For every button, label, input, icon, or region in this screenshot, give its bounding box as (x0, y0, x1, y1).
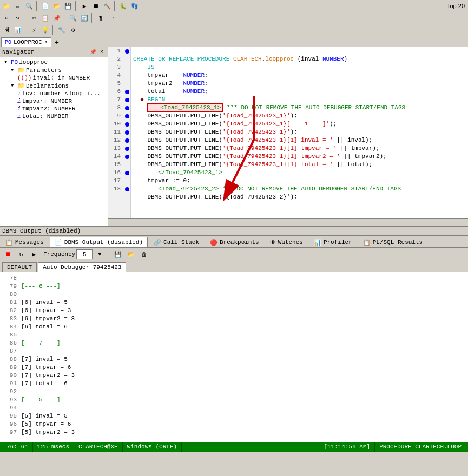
code-editor[interactable]: CREATE OR REPLACE PROCEDURE CLARTECH.loo… (131, 47, 468, 218)
btn-find[interactable]: 🔍 (68, 12, 78, 23)
tab-plsql[interactable]: 📋 PL/SQL Results (358, 237, 427, 247)
navigator-pin-btn[interactable]: 📌 (89, 48, 97, 56)
proc-tab-loopproc[interactable]: PO LOOPPROC × (1, 37, 51, 47)
tab-profiler-icon: 📊 (314, 239, 321, 246)
tab-profiler-label: Profiler (324, 239, 352, 246)
sep7 (91, 13, 94, 23)
tree-item-lcv[interactable]: i lcv: number <loop i... (0, 90, 108, 97)
tree-label-tmpvar2: tmpvar2: NUMBER (22, 105, 76, 112)
top-label: Top 20 (447, 3, 467, 9)
debug-clear-btn[interactable]: 🗑 (138, 249, 150, 260)
tab-plsql-label: PL/SQL Results (373, 239, 423, 246)
output-line-87: 87 (2, 347, 466, 355)
btn-run[interactable]: ▶ (79, 1, 90, 11)
editor-scrollbar[interactable] (108, 218, 468, 226)
btn-undo[interactable]: ↩ (1, 12, 12, 23)
menu-edit[interactable]: ✏️ (12, 1, 23, 11)
menu-search[interactable]: 🔍 (24, 1, 35, 11)
subtab-auto-debugger[interactable]: Auto Debugger 79425423 (38, 262, 126, 272)
btn-execute[interactable]: ⚡ (29, 24, 39, 35)
toolbar-row-1: 📁 ✏️ 🔍 📄 📂 💾 ▶ ⏹ 🔨 🐛 👣 Top 20 (0, 0, 468, 12)
tab-dbms-output[interactable]: 📄 DBMS Output (disabled) (50, 237, 148, 247)
tab-profiler[interactable]: 📊 Profiler (309, 237, 357, 247)
btn-schema[interactable]: 📊 (12, 24, 23, 35)
btn-redo[interactable]: ↪ (12, 12, 23, 23)
tab-callstack-icon: 🔗 (154, 239, 161, 246)
tab-dbms-icon: 📄 (55, 239, 62, 246)
btn-paste[interactable]: 📌 (51, 12, 62, 23)
output-line-79: 79 [--- 6 ---] (2, 282, 466, 290)
debug-load-btn[interactable]: 📂 (125, 249, 137, 260)
btn-open[interactable]: 📂 (51, 1, 62, 11)
tab-plsql-icon: 📋 (363, 239, 371, 246)
btn-db[interactable]: 🗄 (1, 24, 12, 35)
debug-run-btn[interactable]: ▶ (28, 249, 40, 260)
folder-icon-parameters: 📁 (17, 67, 25, 74)
btn-more2[interactable]: ⚙ (68, 24, 78, 35)
status-bar: 76: 64 125 msecs CLARTECH@XE Windows (CR… (0, 442, 468, 452)
proc-tab-close[interactable]: × (44, 39, 48, 45)
tree-label-inval: inval: in NUMBER (32, 75, 90, 81)
btn-cut[interactable]: ✂ (29, 12, 39, 23)
debug-refresh-btn[interactable]: ↻ (15, 249, 27, 260)
debug-toolbar: ■ ↻ ▶ Frequency ▼ 💾 📂 🗑 (0, 248, 468, 261)
tree-item-total[interactable]: i total: NUMBER (0, 113, 108, 120)
output-line-78: 78 (2, 274, 466, 282)
tree-item-declarations[interactable]: ▼ 📁 Declarations (0, 82, 108, 90)
var-icon-tmpvar: i (17, 98, 21, 104)
sep2 (75, 1, 77, 11)
btn-debug[interactable]: 🐛 (118, 1, 129, 11)
btn-explain[interactable]: 💡 (40, 24, 51, 35)
sep1 (36, 1, 38, 11)
output-line-91: 91 [7] total = 6 (2, 380, 466, 388)
tree-item-tmpvar[interactable]: i tmpvar: NUMBER (0, 97, 108, 105)
code-line-3: tmpvar NUMBER; (133, 72, 208, 78)
tree-item-parameters[interactable]: ▼ 📁 Parameters (0, 66, 108, 74)
code-line-13: DBMS_OUTPUT.PUT_LINE('{Toad_79425423_1}[… (133, 153, 387, 160)
btn-new[interactable]: 📄 (40, 1, 51, 11)
var-icon-tmpvar2: i (17, 105, 21, 112)
tab-call-stack[interactable]: 🔗 Call Stack (149, 237, 204, 247)
freq-down-btn[interactable]: ▼ (94, 249, 106, 260)
navigator-panel: Navigator 📌 × ▼ PO loopproc ▼ 📁 Paramete… (0, 47, 108, 226)
tab-messages-label: Messages (15, 239, 44, 246)
line-numbers: 12345 678910 1112131415 161718 (108, 47, 123, 218)
subtab-default[interactable]: DEFAULT (2, 262, 37, 272)
btn-indent[interactable]: → (107, 12, 117, 23)
tree-item-inval[interactable]: (()) inval: in NUMBER (0, 74, 108, 82)
proc-tab-bar: PO LOOPPROC × + (0, 36, 468, 47)
output-line-90: 90 [7] tmpvar2 = 3 (2, 372, 466, 380)
btn-more1[interactable]: 🔧 (56, 24, 67, 35)
code-line-5: total NUMBER; (133, 88, 208, 95)
new-tab-button[interactable]: + (52, 38, 61, 47)
editor-content[interactable]: 12345 678910 1112131415 161718 (108, 47, 468, 218)
status-line-ending: Windows (CRLF) (123, 442, 182, 452)
btn-replace[interactable]: 🔄 (79, 12, 90, 23)
subtab-default-label: DEFAULT (7, 264, 32, 270)
btn-compile[interactable]: 🔨 (102, 1, 113, 11)
tree-item-tmpvar2[interactable]: i tmpvar2: NUMBER (0, 105, 108, 113)
output-line-94: 94 (2, 404, 466, 412)
sep6 (64, 13, 66, 23)
output-line-96: 96 [5] tmpvar = 6 (2, 420, 466, 428)
tree-item-loopproc[interactable]: ▼ PO loopproc (0, 58, 108, 66)
debug-save-btn[interactable]: 💾 (112, 249, 124, 260)
btn-save[interactable]: 💾 (63, 1, 74, 11)
tab-messages[interactable]: 📋 Messages (1, 237, 49, 247)
btn-copy[interactable]: 📋 (40, 12, 51, 23)
freq-input[interactable] (76, 249, 93, 259)
navigator-close-btn[interactable]: × (98, 48, 106, 56)
navigator-title: Navigator (2, 49, 34, 55)
tab-watches[interactable]: 👁 Watches (265, 237, 308, 247)
tab-breakpoints[interactable]: 🔴 Breakpoints (205, 237, 264, 247)
btn-stop[interactable]: ⏹ (90, 1, 101, 11)
code-line-12: DBMS_OUTPUT.PUT_LINE('{Toad_79425423_1}[… (133, 145, 380, 151)
btn-format[interactable]: ¶ (95, 12, 106, 23)
code-line-4: tmpvar2 NUMBER; (133, 80, 208, 87)
menu-file[interactable]: 📁 (1, 1, 12, 11)
debug-stop-btn[interactable]: ■ (2, 249, 14, 260)
editor-area: 12345 678910 1112131415 161718 (108, 47, 468, 226)
status-time: [11:14:59 AM] (319, 442, 375, 452)
btn-step[interactable]: 👣 (129, 1, 140, 11)
output-content[interactable]: 78 79 [--- 6 ---] 80 81 [6] inval = 5 82… (0, 272, 468, 442)
